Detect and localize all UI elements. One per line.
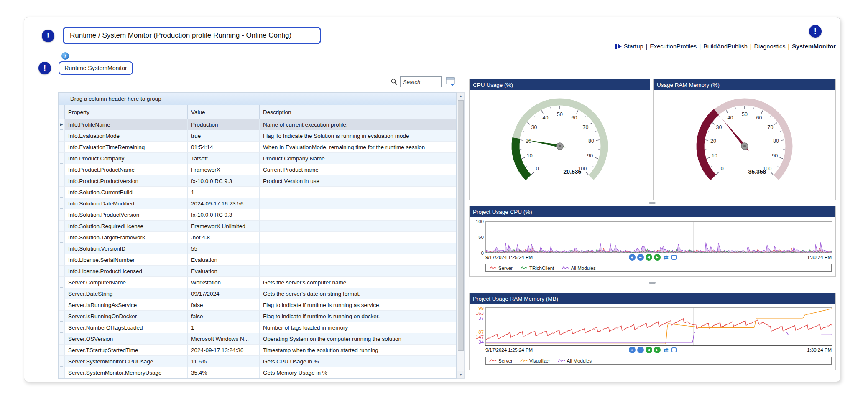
table-row[interactable]: Info.Product.ProductVersionfx-10.0.0 RC … xyxy=(59,175,456,187)
cell-value: true xyxy=(188,130,260,142)
svg-text:90: 90 xyxy=(587,153,593,159)
scroll-up-button[interactable]: ▲ xyxy=(457,93,464,100)
breadcrumb: Startup|ExecutionProfiles|BuildAndPublis… xyxy=(615,43,836,50)
sync-button[interactable]: ⇄ xyxy=(662,254,670,261)
cell-property: Server.SystemMonitor.CPUUsage xyxy=(65,356,188,367)
table-row[interactable]: Info.EvaluationTimeRemaining01:54:14When… xyxy=(59,142,456,153)
table-row[interactable]: ▶Info.ProfileNameProductionName of curre… xyxy=(59,119,456,130)
ram-chart-plot[interactable] xyxy=(485,307,832,346)
zoom-in-button[interactable]: + xyxy=(629,254,636,261)
x-axis-start-label: 9/17/2024 1:25:24 PM xyxy=(485,347,533,352)
cell-property: Server.TStartupStartedTime xyxy=(65,345,188,356)
row-marker-cell xyxy=(59,153,65,164)
column-header-property[interactable]: Property xyxy=(65,105,188,119)
zoom-out-button[interactable]: − xyxy=(637,254,644,261)
table-row[interactable]: Info.EvaluationModetrueFlag To Indicate … xyxy=(59,130,456,142)
splitter-handle[interactable] xyxy=(649,202,656,204)
cell-value: Tatsoft xyxy=(188,153,260,164)
zoom-in-button[interactable]: + xyxy=(629,347,636,353)
svg-text:40: 40 xyxy=(727,115,733,121)
table-row[interactable]: Info.Solution.TargetFramework.net 4.8 xyxy=(59,232,456,243)
cell-property: Server.DateString xyxy=(65,288,188,299)
search-input[interactable] xyxy=(400,76,442,87)
table-row[interactable]: Info.Solution.VersionID55 xyxy=(59,243,456,254)
breadcrumb-item[interactable]: BuildAndPublish xyxy=(703,43,748,50)
table-row[interactable]: Info.Solution.RequiredLicenseFrameworX U… xyxy=(59,221,456,232)
table-row[interactable]: Server.SystemMonitor.CPUUsage11.6%Gets C… xyxy=(59,356,456,367)
svg-text:10: 10 xyxy=(711,153,717,159)
table-row[interactable]: Info.Solution.ProductVersionfx-10.0.0 RC… xyxy=(59,209,456,221)
y-axis-label: 99 xyxy=(470,306,484,311)
row-marker-cell xyxy=(59,130,65,142)
legend-item[interactable]: Server xyxy=(489,358,513,363)
scrollbar-thumb[interactable] xyxy=(458,100,464,351)
table-row[interactable]: Server.SystemMonitor.MemoryUsage35.4%Get… xyxy=(59,367,456,378)
svg-text:10: 10 xyxy=(526,153,532,159)
ram-chart-panel: Project Usage RAM Memory (MB) 9916337871… xyxy=(469,293,836,370)
splitter-handle[interactable] xyxy=(649,282,656,284)
x-axis-end-label: 1:30:24 PM xyxy=(807,255,832,260)
y-axis-label: 163 xyxy=(470,311,484,316)
group-by-band[interactable]: Drag a column header here to group xyxy=(59,93,456,105)
cell-value: Evaluation xyxy=(188,266,260,277)
panel-title: CPU Usage (%) xyxy=(470,79,650,90)
table-row[interactable]: Server.TStartupStartedTime2024-09-17 13:… xyxy=(59,345,456,356)
fullscreen-button[interactable] xyxy=(671,347,677,352)
cell-description: Timestamp when the soslution started run… xyxy=(260,345,456,356)
pan-left-button[interactable]: ◀ xyxy=(646,347,652,353)
table-row[interactable]: Server.OSVersionMicrosoft Windows N...Op… xyxy=(59,333,456,345)
column-header-value[interactable]: Value xyxy=(188,105,260,119)
cell-value: false xyxy=(188,299,260,311)
svg-text:60: 60 xyxy=(571,115,577,121)
pan-right-button[interactable]: ▶ xyxy=(654,254,661,261)
row-marker-cell xyxy=(59,187,65,198)
svg-text:0: 0 xyxy=(720,166,723,172)
table-row[interactable]: Info.License.SerialNumberEvaluation xyxy=(59,254,456,266)
cpu-gauge-panel: CPU Usage (%) 010203040506070809010020.5… xyxy=(469,79,650,200)
fullscreen-button[interactable] xyxy=(671,255,677,260)
legend-item[interactable]: Server xyxy=(489,266,513,271)
zoom-out-button[interactable]: − xyxy=(637,347,644,353)
row-marker-cell xyxy=(59,311,65,322)
cell-description xyxy=(260,232,456,243)
row-marker-cell xyxy=(59,277,65,288)
cell-description: Number of tags loaded in memory xyxy=(260,322,456,333)
breadcrumb-item[interactable]: SystemMonitor xyxy=(792,43,836,50)
ram-chart-body: 99163378714734 9/17/2024 1:25:24 PM +−◀▶… xyxy=(470,304,835,370)
table-row[interactable]: Server.ComputerNameWorkstationGets the s… xyxy=(59,277,456,288)
y-axis-label: 100 xyxy=(470,219,484,224)
cell-description xyxy=(260,254,456,266)
cell-description xyxy=(260,221,456,232)
breadcrumb-separator: | xyxy=(699,43,701,50)
legend-item[interactable]: Visualizer xyxy=(520,358,550,363)
cell-description xyxy=(260,243,456,254)
table-row[interactable]: Info.License.ProductLicensedEvaluation xyxy=(59,266,456,277)
table-row[interactable]: Server.IsRunningAsServicefalseFlag to in… xyxy=(59,299,456,311)
cpu-chart-plot[interactable] xyxy=(485,221,832,253)
pan-left-button[interactable]: ◀ xyxy=(646,254,652,261)
table-row[interactable]: Info.Solution.CurrentBuild1 xyxy=(59,187,456,198)
table-row[interactable]: Server.IsRunningOnDockerfalseFlag to ind… xyxy=(59,311,456,322)
breadcrumb-item[interactable]: Startup xyxy=(624,43,643,50)
legend-item[interactable]: TRichClient xyxy=(520,266,554,271)
sync-button[interactable]: ⇄ xyxy=(662,347,670,353)
legend-item[interactable]: All Modules xyxy=(562,266,595,271)
table-row[interactable]: Info.Solution.DateModified2024-09-17 16:… xyxy=(59,198,456,209)
column-chooser-icon[interactable] xyxy=(445,76,456,86)
cell-value: false xyxy=(188,311,260,322)
breadcrumb-item[interactable]: Diagnostics xyxy=(754,43,786,50)
svg-text:20.535: 20.535 xyxy=(563,168,581,175)
table-row[interactable]: Info.Product.ProductNameFrameworXCurrent… xyxy=(59,164,456,175)
table-row[interactable]: Server.NumberOfTagsLoaded1Number of tags… xyxy=(59,322,456,333)
scrollbar[interactable]: ▲ ▼ xyxy=(457,92,465,379)
scroll-down-button[interactable]: ▼ xyxy=(457,371,464,378)
row-marker-cell xyxy=(59,288,65,299)
breadcrumb-item[interactable]: ExecutionProfiles xyxy=(650,43,697,50)
column-header-description[interactable]: Description xyxy=(260,105,456,119)
legend-item[interactable]: All Modules xyxy=(558,358,592,363)
table-row[interactable]: Info.Product.CompanyTatsoftProduct Compa… xyxy=(59,153,456,164)
legend-item-label: TRichClient xyxy=(529,266,554,271)
info-icon[interactable]: i xyxy=(61,52,69,60)
pan-right-button[interactable]: ▶ xyxy=(654,347,661,353)
table-row[interactable]: Server.DateString09/17/2024Gets the serv… xyxy=(59,288,456,299)
